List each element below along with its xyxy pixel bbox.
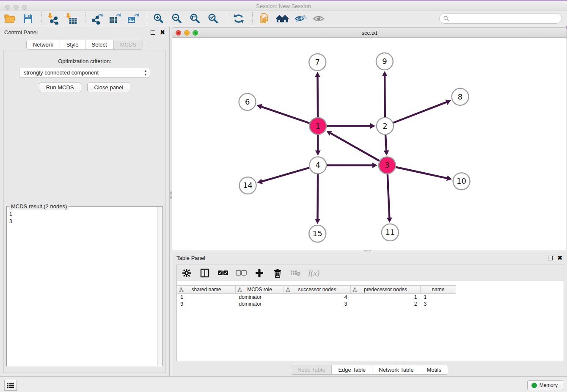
toolbar-separator xyxy=(147,12,147,25)
zoom-in-icon[interactable] xyxy=(152,12,165,25)
main-toolbar xyxy=(0,11,567,26)
close-window-button[interactable] xyxy=(5,5,10,10)
column-header-predecessor-nodes[interactable]: predecessor nodes xyxy=(351,286,421,294)
mcds-result-list[interactable]: 13 xyxy=(7,208,157,366)
graph-edge-arrow xyxy=(372,163,377,168)
run-mcds-button[interactable]: Run MCDS xyxy=(39,83,81,92)
toolbar-separator xyxy=(85,12,85,25)
minimize-window-button[interactable] xyxy=(14,5,19,10)
table-panel-titlebar: Table Panel ✖ xyxy=(172,252,567,264)
graph-edge-4-14[interactable] xyxy=(261,168,309,182)
zoom-fit-icon[interactable] xyxy=(189,12,201,25)
network-graph[interactable]: 7968124314101511 xyxy=(172,38,567,250)
result-line: 1 xyxy=(9,211,154,218)
mcds-panel: Optimization criterion: strongly connect… xyxy=(3,50,166,373)
graph-edge-2-9[interactable] xyxy=(385,75,385,117)
hide-selected-eye-icon[interactable] xyxy=(294,12,307,25)
tab-node-table[interactable]: Node Table xyxy=(291,365,332,374)
toolbar-separator xyxy=(252,12,253,25)
split-columns-icon[interactable] xyxy=(199,268,210,279)
control-panel: Control Panel ✖ Network Style Select MCD… xyxy=(0,26,169,376)
graph-edge-1-7[interactable] xyxy=(317,76,318,117)
graph-edge-2-8[interactable] xyxy=(393,102,447,123)
node-table-container: f(x) shared name MCDS role successor nod… xyxy=(176,265,564,361)
tab-select[interactable]: Select xyxy=(85,40,114,49)
control-panel-titlebar: Control Panel ✖ xyxy=(0,26,169,38)
network-canvas[interactable]: 7968124314101511 xyxy=(172,38,567,250)
zoom-window-button[interactable] xyxy=(22,5,27,10)
maximize-network-icon[interactable]: + xyxy=(193,30,198,36)
copy-view-icon[interactable] xyxy=(258,12,270,25)
export-table-icon[interactable] xyxy=(109,12,121,25)
splitter-grip[interactable] xyxy=(363,250,371,251)
tab-network-table[interactable]: Network Table xyxy=(372,365,420,374)
graph-edge-4-15[interactable] xyxy=(317,174,318,220)
float-panel-icon[interactable] xyxy=(548,256,553,260)
graph-node-label: 15 xyxy=(313,229,322,238)
optimization-select-value: strongly connected component xyxy=(24,69,99,76)
export-network-icon[interactable] xyxy=(91,12,103,25)
graph-node-label: 10 xyxy=(457,177,466,185)
graph-edge-3-1[interactable] xyxy=(330,133,380,161)
task-history-button[interactable] xyxy=(4,380,17,391)
graph-node-label: 14 xyxy=(243,181,253,190)
graph-edge-arrow xyxy=(315,72,320,77)
save-session-icon[interactable] xyxy=(22,12,34,25)
graph-node-label: 1 xyxy=(316,121,320,130)
minimize-network-icon[interactable]: − xyxy=(184,30,190,36)
show-all-eye-icon[interactable] xyxy=(312,12,325,25)
import-network-icon[interactable] xyxy=(47,12,60,25)
table-toolbar: f(x) xyxy=(177,265,564,281)
delete-trash-icon[interactable] xyxy=(272,268,283,279)
memory-status-icon xyxy=(531,383,537,388)
control-panel-title: Control Panel xyxy=(4,29,151,36)
table-header-row: shared name MCDS role successor nodes pr… xyxy=(177,286,456,294)
column-header-name[interactable]: name xyxy=(421,286,456,294)
close-network-icon[interactable]: ✕ xyxy=(176,30,181,36)
result-line: 3 xyxy=(9,218,154,225)
node-table[interactable]: shared name MCDS role successor nodes pr… xyxy=(177,285,456,307)
close-panel-button[interactable]: Close panel xyxy=(87,83,131,92)
optimization-select[interactable]: strongly connected component ▲▼ xyxy=(19,68,150,77)
search-field[interactable] xyxy=(439,13,562,24)
close-panel-icon[interactable]: ✖ xyxy=(160,29,165,35)
search-input[interactable] xyxy=(451,16,561,22)
export-image-icon[interactable] xyxy=(127,12,140,25)
zoom-out-icon[interactable] xyxy=(171,12,183,25)
tab-motifs[interactable]: Motifs xyxy=(420,365,448,374)
memory-button[interactable]: Memory xyxy=(527,380,563,390)
mcds-result-group: MCDS result (2 nodes) 13 xyxy=(6,206,163,366)
float-panel-icon[interactable] xyxy=(151,30,155,35)
table-row[interactable]: 1dominator411 xyxy=(177,294,456,301)
apply-layout-houses-icon[interactable] xyxy=(276,12,289,25)
close-panel-icon[interactable]: ✖ xyxy=(557,255,562,261)
select-all-checks-icon[interactable] xyxy=(217,268,228,279)
import-table-icon[interactable] xyxy=(65,12,78,25)
table-settings-gear-icon[interactable] xyxy=(181,268,192,279)
column-header-successor-nodes[interactable]: successor nodes xyxy=(284,286,351,294)
graph-node-label: 8 xyxy=(458,92,462,101)
graph-edge-arrow xyxy=(387,218,392,223)
graph-edge-3-10[interactable] xyxy=(396,167,448,179)
app-title: Session: New Session xyxy=(256,3,311,9)
result-scrollbar[interactable] xyxy=(157,207,162,365)
table-row[interactable]: 3dominator323 xyxy=(177,301,456,307)
graph-edge-2-3[interactable] xyxy=(385,135,386,152)
zoom-selected-icon[interactable] xyxy=(207,12,220,25)
column-header-mcds-role[interactable]: MCDS role xyxy=(236,286,284,294)
graph-node-label: 4 xyxy=(316,160,320,169)
tab-mcds[interactable]: MCDS xyxy=(114,40,143,49)
tab-network[interactable]: Network xyxy=(27,40,60,49)
add-column-plus-icon[interactable] xyxy=(254,268,265,279)
network-window-lights: ✕ − + xyxy=(176,30,198,36)
graph-edge-3-11[interactable] xyxy=(388,174,390,218)
column-header-shared-name[interactable]: shared name xyxy=(177,286,236,294)
delete-column-disabled-icon xyxy=(290,268,301,279)
graph-edge-1-6[interactable] xyxy=(261,106,310,123)
open-session-icon[interactable] xyxy=(3,12,16,25)
tab-style[interactable]: Style xyxy=(60,40,85,49)
refresh-icon[interactable] xyxy=(232,12,245,25)
network-window-titlebar[interactable]: ✕ − + scc.txt xyxy=(172,28,567,38)
tab-edge-table[interactable]: Edge Table xyxy=(332,365,372,374)
deselect-all-icon[interactable] xyxy=(236,268,247,279)
